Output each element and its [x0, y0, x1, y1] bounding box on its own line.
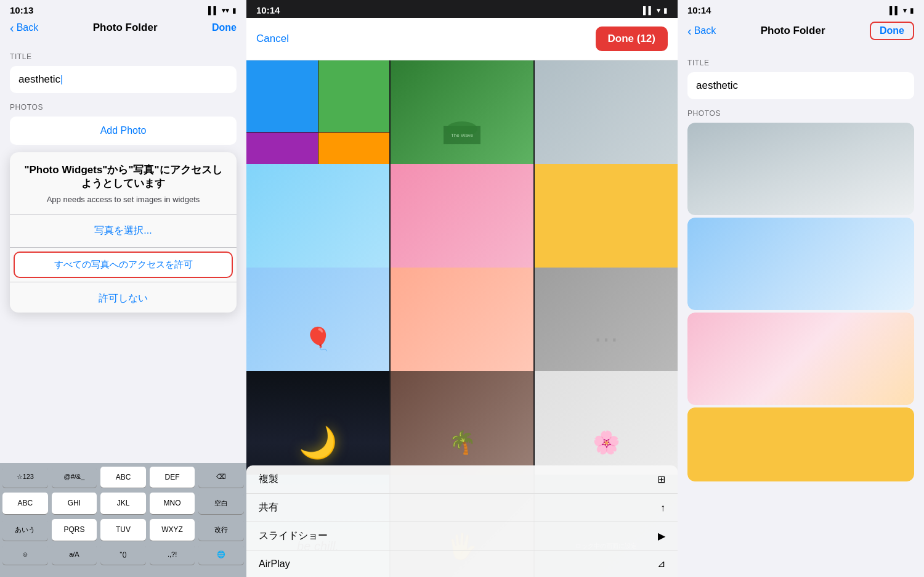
action-sheet-item-share[interactable]: 共有 ↑ — [246, 494, 678, 522]
left-status-icons: ▌▌ ▾▾ ▮ — [208, 6, 237, 15]
moon-icon: 🌙 — [299, 425, 337, 460]
center-wifi-icon: ▾ — [657, 6, 660, 15]
keyboard-bottom-row: ☺ a/A ''() .,?! 🌐 — [0, 542, 246, 577]
key-ghi[interactable]: GHI — [52, 493, 97, 514]
action-sheet-item-airplay[interactable]: AirPlay ⊿ — [246, 550, 678, 577]
key-symbols[interactable]: @#/&_ — [52, 467, 97, 488]
center-status-time: 10:14 — [256, 5, 280, 15]
action-copy-icon: ⊞ — [657, 473, 665, 485]
action-slideshow-icon: ▶ — [658, 530, 665, 542]
right-photo-1[interactable] — [687, 123, 914, 215]
left-back-label[interactable]: Back — [17, 22, 39, 33]
key-period[interactable]: .,?! — [150, 544, 195, 565]
add-photo-label: Add Photo — [100, 125, 147, 136]
permission-divider-2 — [10, 247, 237, 248]
right-photo-2[interactable] — [687, 218, 914, 310]
key-space-ja[interactable]: 空白 — [198, 493, 244, 514]
permission-dialog: "Photo Widgets"から"写真"にアクセスしようとしています App … — [10, 152, 237, 313]
keyboard-row-1: ☆123 @#/&_ ABC DEF ⌫ — [0, 463, 246, 489]
key-shift[interactable]: a/A — [52, 544, 97, 565]
keyboard: ☆123 @#/&_ ABC DEF ⌫ ABC GHI JKL MNO 空白 … — [0, 463, 246, 577]
action-sheet: 複製 ⊞ 共有 ↑ スライドショー ▶ AirPlay ⊿ — [246, 465, 678, 577]
key-mno[interactable]: MNO — [150, 493, 195, 514]
back-chevron-icon: ‹ — [10, 22, 14, 34]
left-status-bar: 10:13 ▌▌ ▾▾ ▮ — [0, 0, 246, 18]
key-tuv[interactable]: TUV — [100, 519, 146, 541]
key-pqrs[interactable]: PQRS — [52, 519, 97, 541]
right-photos-section-label: PHOTOS — [678, 99, 924, 123]
center-status-icons: ▌▌ ▾ ▮ — [643, 6, 668, 15]
key-def[interactable]: DEF — [150, 467, 195, 488]
left-done-button[interactable]: Done — [212, 22, 237, 33]
cursor — [60, 73, 63, 85]
deny-button[interactable]: 許可しない — [10, 285, 237, 313]
right-photo-3[interactable] — [687, 313, 914, 405]
key-123[interactable]: ☆123 — [2, 467, 48, 488]
title-input[interactable]: aesthetic — [10, 66, 237, 93]
action-sheet-item-slideshow[interactable]: スライドショー ▶ — [246, 522, 678, 550]
signal-icon: ▌▌ — [208, 6, 219, 15]
action-airplay-label: AirPlay — [259, 559, 290, 570]
key-emoji[interactable]: ☺ — [2, 544, 48, 565]
center-signal-icon: ▌▌ — [643, 6, 654, 15]
right-title-section-label: TITLE — [687, 59, 914, 67]
right-title-value: aesthetic — [696, 80, 738, 91]
permission-dialog-header: "Photo Widgets"から"写真"にアクセスしようとしています App … — [10, 152, 237, 211]
key-abc2[interactable]: ABC — [2, 493, 48, 514]
key-parens[interactable]: ''() — [100, 544, 146, 565]
center-battery-icon: ▮ — [663, 6, 668, 15]
permission-divider-1 — [10, 214, 237, 215]
svg-text:The Wave: The Wave — [451, 133, 474, 138]
right-nav-bar: ‹ Back Photo Folder Done — [678, 18, 924, 46]
select-photos-button[interactable]: 写真を選択... — [10, 217, 237, 245]
key-globe[interactable]: 🌐 — [198, 544, 244, 565]
right-back-label[interactable]: Back — [694, 25, 716, 36]
right-form: TITLE aesthetic — [678, 46, 924, 99]
title-section-label: TITLE — [10, 52, 237, 61]
right-nav-title: Photo Folder — [761, 25, 825, 37]
right-back-chevron-icon: ‹ — [687, 25, 692, 37]
permission-dialog-subtitle: App needs access to set images in widget… — [22, 194, 224, 205]
right-status-bar: 10:14 ▌▌ ▾ ▮ — [678, 0, 924, 18]
right-done-button[interactable]: Done — [870, 22, 914, 40]
right-wifi-icon: ▾ — [903, 6, 907, 15]
right-status-icons: ▌▌ ▾ ▮ — [890, 6, 914, 15]
left-back-button[interactable]: ‹ Back — [10, 22, 38, 34]
center-panel: 10:14 ▌▌ ▾ ▮ Cancel Done (12) — [246, 0, 678, 577]
keyboard-row-2: ABC GHI JKL MNO 空白 — [0, 489, 246, 515]
right-signal-icon: ▌▌ — [890, 6, 900, 15]
left-nav-title: Photo Folder — [93, 22, 158, 34]
picker-header: Cancel Done (12) — [246, 18, 678, 60]
key-abc[interactable]: ABC — [100, 467, 146, 488]
permission-divider-3 — [10, 282, 237, 282]
photos-section-label: PHOTOS — [0, 93, 246, 117]
action-copy-label: 複製 — [259, 473, 278, 486]
left-nav-bar: ‹ Back Photo Folder Done — [0, 18, 246, 40]
right-back-button[interactable]: ‹ Back — [687, 25, 716, 37]
keyboard-row-3: あいう PQRS TUV WXYZ 改行 — [0, 515, 246, 542]
key-jkl[interactable]: JKL — [100, 493, 146, 514]
right-battery-icon: ▮ — [910, 6, 914, 15]
action-share-icon: ↑ — [660, 502, 665, 514]
add-photo-button[interactable]: Add Photo — [10, 117, 237, 145]
wifi-icon: ▾▾ — [222, 6, 229, 15]
left-form: TITLE aesthetic — [0, 40, 246, 93]
battery-icon: ▮ — [232, 6, 237, 15]
allow-all-button[interactable]: すべての写真へのアクセスを許可 — [14, 252, 233, 278]
title-input-value: aesthetic — [18, 73, 60, 85]
key-return[interactable]: 改行 — [198, 519, 244, 541]
action-sheet-item-copy[interactable]: 複製 ⊞ — [246, 465, 678, 494]
picker-done-button[interactable]: Done (12) — [596, 27, 668, 51]
right-title-display: aesthetic — [687, 72, 914, 99]
action-share-label: 共有 — [259, 501, 278, 514]
key-hiragana[interactable]: あいう — [2, 519, 48, 541]
picker-cancel-button[interactable]: Cancel — [256, 33, 289, 45]
right-panel: 10:14 ▌▌ ▾ ▮ ‹ Back Photo Folder Done TI… — [678, 0, 924, 577]
left-status-time: 10:13 — [10, 5, 33, 15]
key-wxyz[interactable]: WXYZ — [150, 519, 195, 541]
action-airplay-icon: ⊿ — [657, 558, 665, 570]
permission-dialog-title: "Photo Widgets"から"写真"にアクセスしようとしています — [22, 163, 224, 190]
right-photo-list — [678, 123, 924, 577]
right-photo-4[interactable] — [687, 407, 914, 481]
key-backspace[interactable]: ⌫ — [198, 467, 244, 488]
